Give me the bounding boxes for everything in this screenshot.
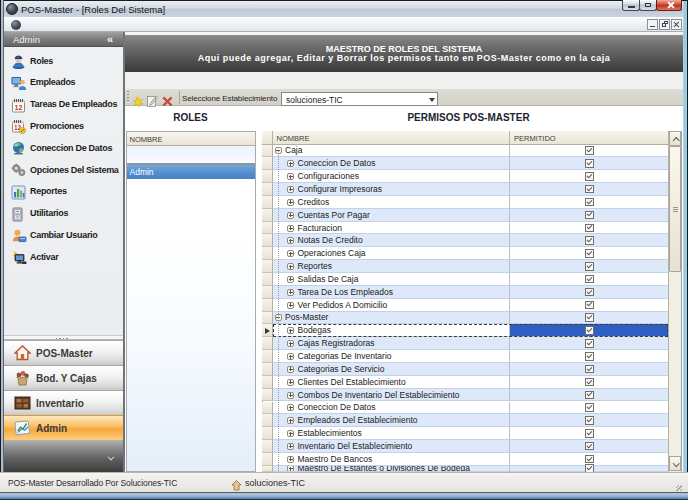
svg-text:12: 12 bbox=[15, 103, 23, 110]
